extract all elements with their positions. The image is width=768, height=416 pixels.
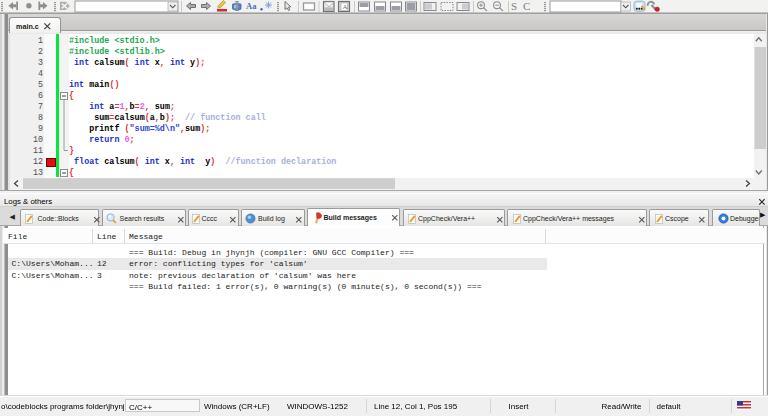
svg-text:S: S — [511, 0, 517, 12]
svg-text:A: A — [343, 3, 348, 11]
svg-text:C: C — [523, 0, 530, 12]
svg-text:Aa: Aa — [246, 1, 257, 11]
